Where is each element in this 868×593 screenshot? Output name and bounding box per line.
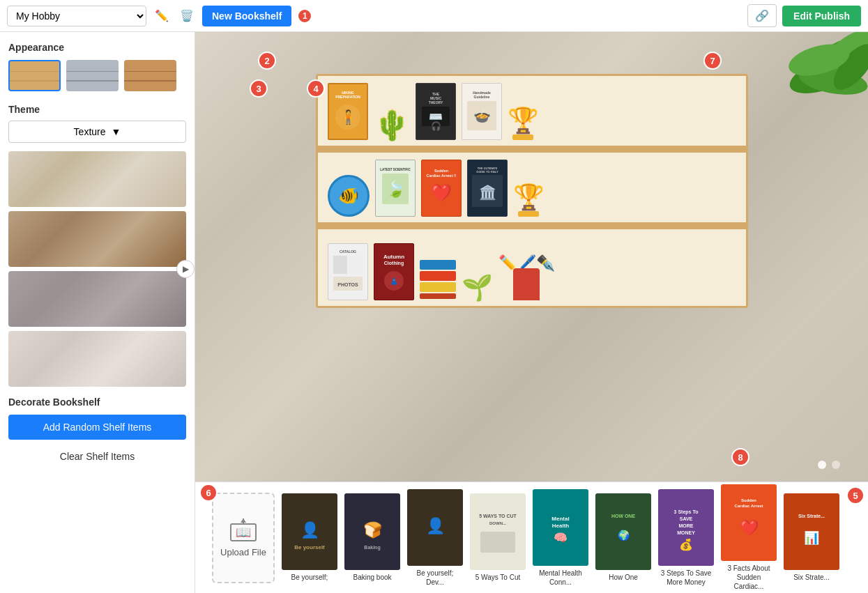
svg-text:Health: Health bbox=[552, 523, 570, 529]
theme-dropdown[interactable]: Texture ▼ bbox=[8, 121, 186, 143]
book-cover-music: THE MUSIC THEORY ⌨️ 🎧 bbox=[416, 83, 456, 140]
book-handmade[interactable]: Handmade Guideline 🍲 bbox=[462, 83, 502, 140]
upload-file-button[interactable]: 📖 Upload File bbox=[212, 493, 275, 583]
bookshelf-display: 2 7 HIKING PREPARATION bbox=[195, 32, 868, 482]
svg-text:Clothing: Clothing bbox=[383, 261, 403, 266]
book-scientific[interactable]: LATEST SCIENTIFIC 🍃 bbox=[375, 160, 416, 217]
swatch-metal[interactable] bbox=[66, 60, 119, 91]
gallery-cover-9: Six Strate...📊 bbox=[784, 493, 839, 570]
book-autumn[interactable]: Autumn Clothing 👗 bbox=[374, 243, 414, 300]
book-catalog[interactable]: CATALOG PHOTOS bbox=[328, 243, 368, 300]
gallery-cover-2: 🍞Baking bbox=[344, 493, 400, 570]
swatch-wood-dark[interactable] bbox=[124, 60, 176, 91]
pencil-holder-decoration[interactable]: ✏️🖊️✒️ bbox=[498, 254, 555, 300]
gallery-book-5[interactable]: MentalHealth🧠 Mental Health Conn... bbox=[533, 489, 588, 587]
book-cardiac[interactable]: Sudden Cardiac Arrest !! ❤️ bbox=[421, 160, 462, 217]
decorate-title: Decorate Bookshelf bbox=[8, 396, 186, 408]
trophy-decoration-2[interactable]: 🏆 bbox=[513, 185, 545, 217]
gallery-book-7[interactable]: 3 Steps ToSAVEMOREMONEY💰 3 Steps To Save… bbox=[658, 489, 714, 587]
main-layout: Appearance Theme Texture ▼ ▶ Decorate Bo… bbox=[0, 32, 868, 593]
svg-text:THEORY: THEORY bbox=[428, 100, 443, 105]
gallery-title-1: Be yourself; bbox=[291, 573, 328, 582]
book-italy[interactable]: THE ULTIMATE GUIDE TO ITALY 🏛️ bbox=[467, 160, 508, 217]
svg-text:LATEST SCIENTIFIC: LATEST SCIENTIFIC bbox=[380, 168, 411, 171]
trophy-icon-2: 🏆 bbox=[513, 185, 545, 217]
badge-6: 6 bbox=[199, 484, 218, 502]
sidebar: Appearance Theme Texture ▼ ▶ Decorate Bo… bbox=[0, 32, 195, 593]
svg-text:PREPARATION: PREPARATION bbox=[335, 95, 360, 99]
gallery-book-6[interactable]: HOW ONE🌍 How One bbox=[595, 493, 651, 582]
swatch-wood-light[interactable] bbox=[8, 60, 61, 91]
cactus-icon: 🌵 bbox=[374, 111, 410, 140]
svg-text:Sudden: Sudden bbox=[741, 498, 756, 502]
svg-text:Be yourself: Be yourself bbox=[294, 544, 325, 550]
svg-text:👗: 👗 bbox=[390, 277, 399, 286]
new-bookshelf-button[interactable]: New Bookshelf bbox=[202, 6, 291, 26]
badge-3: 3 bbox=[250, 79, 268, 98]
pencil-holder-icon: ✏️🖊️✒️ bbox=[498, 254, 555, 300]
gallery-book-4[interactable]: 5 WAYS TO CUTDOWN... 5 Ways To Cut bbox=[470, 493, 526, 582]
badge-1: 1 bbox=[297, 8, 312, 24]
texture-item-2[interactable] bbox=[8, 211, 186, 267]
svg-text:HOW ONE: HOW ONE bbox=[611, 514, 636, 518]
gallery-book-2[interactable]: 🍞Baking Baking book bbox=[344, 493, 400, 582]
badge-5: 5 bbox=[846, 486, 865, 505]
svg-text:Cardiac Arrest !!: Cardiac Arrest !! bbox=[426, 174, 456, 178]
svg-text:DOWN...: DOWN... bbox=[489, 521, 506, 525]
edit-publish-button[interactable]: Edit Publish bbox=[782, 6, 861, 26]
hobby-dropdown[interactable]: My Hobby bbox=[7, 6, 146, 26]
gallery-book-8[interactable]: SuddenCardiac Arrest❤️ 3 Facts About Sud… bbox=[721, 484, 777, 591]
book-gallery: 6 📖 Upload File 👤Be yourself Be yourself… bbox=[195, 482, 868, 593]
gallery-cover-3: 👤 bbox=[407, 489, 463, 566]
dot-1[interactable] bbox=[818, 461, 826, 469]
cactus-decoration[interactable]: 🌵 bbox=[374, 111, 410, 140]
books-stack-icon bbox=[420, 260, 456, 299]
svg-rect-39 bbox=[349, 256, 363, 274]
trophy-decoration-1[interactable]: 🏆 bbox=[508, 108, 539, 140]
svg-text:❤️: ❤️ bbox=[740, 518, 759, 537]
gallery-title-2: Baking book bbox=[353, 573, 391, 582]
gallery-cover-4: 5 WAYS TO CUTDOWN... bbox=[470, 493, 526, 570]
add-random-button[interactable]: Add Random Shelf Items bbox=[8, 415, 186, 440]
gallery-next-arrow[interactable]: ▶ bbox=[176, 260, 195, 278]
book-hiking[interactable]: HIKING PREPARATION 🧍 bbox=[328, 83, 368, 140]
texture-item-1[interactable] bbox=[8, 151, 186, 207]
gallery-title-9: Six Strate... bbox=[793, 573, 830, 582]
svg-text:❤️: ❤️ bbox=[431, 183, 452, 203]
svg-rect-62 bbox=[480, 532, 515, 553]
gallery-cover-6: HOW ONE🌍 bbox=[595, 493, 651, 570]
dot-2[interactable] bbox=[832, 461, 840, 469]
svg-text:5 WAYS TO CUT: 5 WAYS TO CUT bbox=[479, 514, 517, 518]
texture-item-4[interactable] bbox=[8, 331, 186, 387]
badge-4: 4 bbox=[307, 79, 325, 98]
gallery-book-9[interactable]: Six Strate...📊 Six Strate... bbox=[784, 493, 839, 582]
book-music-theory[interactable]: THE MUSIC THEORY ⌨️ 🎧 bbox=[416, 83, 456, 140]
book-cover-handmade: Handmade Guideline 🍲 bbox=[462, 83, 502, 140]
svg-text:Baking: Baking bbox=[364, 545, 380, 550]
theme-title: Theme bbox=[8, 104, 186, 115]
svg-text:🍲: 🍲 bbox=[473, 107, 490, 124]
texture-item-3[interactable] bbox=[8, 271, 186, 327]
svg-text:👤: 👤 bbox=[426, 516, 446, 535]
bookshelf: HIKING PREPARATION 🧍 🌵 bbox=[316, 74, 748, 308]
clear-shelf-button[interactable]: Clear Shelf Items bbox=[8, 445, 186, 468]
small-plant-decoration[interactable]: 🌱 bbox=[462, 275, 493, 300]
svg-text:📊: 📊 bbox=[804, 530, 820, 546]
fish-bowl-decoration[interactable]: 🐠 bbox=[328, 175, 370, 217]
svg-text:Autumn: Autumn bbox=[383, 254, 404, 260]
link-button[interactable]: 🔗 bbox=[747, 4, 777, 27]
gallery-book-3[interactable]: 👤 Be yourself; Dev... bbox=[407, 489, 463, 587]
gallery-book-1[interactable]: 👤Be yourself Be yourself; bbox=[282, 493, 337, 582]
svg-text:CATALOG: CATALOG bbox=[340, 249, 356, 254]
svg-text:SAVE: SAVE bbox=[680, 516, 693, 521]
book-cover-autumn: Autumn Clothing 👗 bbox=[374, 243, 414, 300]
books-stack-decoration[interactable] bbox=[420, 260, 456, 300]
svg-marker-50 bbox=[241, 518, 246, 523]
svg-text:📖: 📖 bbox=[236, 525, 252, 540]
svg-text:🍞: 🍞 bbox=[363, 521, 383, 539]
delete-icon-btn[interactable]: 🗑️ bbox=[177, 6, 197, 25]
appearance-title: Appearance bbox=[8, 42, 186, 53]
edit-icon-btn[interactable]: ✏️ bbox=[152, 6, 172, 25]
book-cover-catalog: CATALOG PHOTOS bbox=[328, 243, 368, 300]
svg-text:🌍: 🌍 bbox=[618, 530, 630, 541]
